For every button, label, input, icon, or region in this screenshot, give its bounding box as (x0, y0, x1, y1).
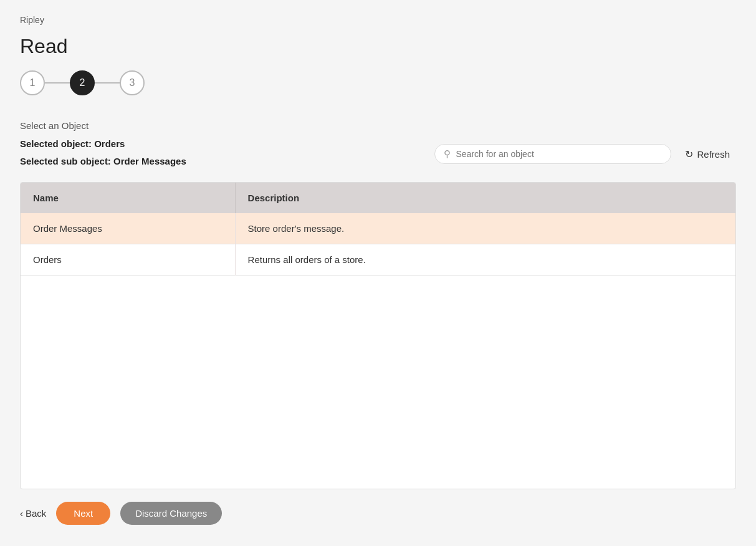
step-2[interactable]: 2 (70, 70, 95, 95)
step-connector-2-3 (95, 82, 120, 84)
table-container: Name Description Order MessagesStore ord… (20, 182, 736, 489)
page-title: Read (20, 35, 736, 58)
page-container: Ripley Read 1 2 3 Select an Object Selec… (0, 0, 756, 546)
objects-table: Name Description Order MessagesStore ord… (21, 183, 735, 275)
back-button[interactable]: ‹ Back (20, 508, 46, 519)
selected-sub-object-info: Selected sub object: Order Messages (20, 156, 186, 167)
step-3[interactable]: 3 (120, 70, 145, 95)
stepper: 1 2 3 (20, 70, 736, 95)
cell-description: Store order's message. (235, 213, 735, 244)
cell-description: Returns all orders of a store. (235, 244, 735, 275)
info-search-row: Selected object: Orders Selected sub obj… (20, 138, 736, 170)
header-description: Description (235, 183, 735, 213)
discard-button[interactable]: Discard Changes (120, 502, 222, 525)
table-header-row: Name Description (21, 183, 735, 213)
footer-actions: ‹ Back Next Discard Changes (20, 489, 736, 531)
breadcrumb-link[interactable]: Ripley (20, 15, 44, 25)
section-label: Select an Object (20, 120, 736, 131)
step-1[interactable]: 1 (20, 70, 45, 95)
refresh-label: Refresh (697, 149, 730, 160)
refresh-button[interactable]: ↻ Refresh (679, 145, 736, 164)
search-icon: ⚲ (444, 148, 451, 160)
cell-name: Order Messages (21, 213, 235, 244)
table-row[interactable]: OrdersReturns all orders of a store. (21, 244, 735, 275)
selected-object-info: Selected object: Orders (20, 138, 186, 150)
step-connector-1-2 (45, 82, 70, 84)
selected-object-label: Selected object: Orders (20, 138, 125, 149)
search-input[interactable] (456, 149, 662, 159)
back-label: Back (26, 508, 46, 519)
table-row[interactable]: Order MessagesStore order's message. (21, 213, 735, 244)
search-box[interactable]: ⚲ (434, 144, 671, 164)
back-arrow-icon: ‹ (20, 508, 23, 519)
cell-name: Orders (21, 244, 235, 275)
next-button[interactable]: Next (56, 502, 110, 525)
breadcrumb: Ripley (20, 15, 736, 25)
header-name: Name (21, 183, 235, 213)
selected-info-col: Selected object: Orders Selected sub obj… (20, 138, 186, 170)
refresh-icon: ↻ (685, 148, 693, 160)
selected-sub-object-label: Selected sub object: Order Messages (20, 156, 186, 166)
